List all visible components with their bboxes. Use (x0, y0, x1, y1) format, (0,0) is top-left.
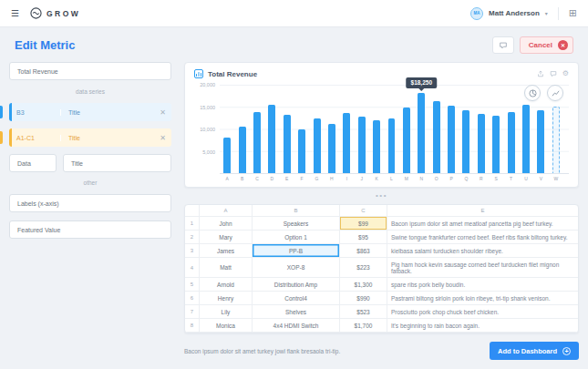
line-chart-type-button[interactable] (547, 85, 563, 101)
table-cell[interactable]: Speakers (253, 217, 340, 231)
row-number[interactable]: 6 (185, 292, 200, 305)
bar[interactable] (223, 138, 231, 173)
table-cell[interactable]: Mary (200, 231, 253, 244)
user-avatar[interactable]: MA (470, 7, 483, 20)
grow-logo[interactable]: GROW (30, 7, 80, 19)
series-range[interactable]: B3 (9, 109, 60, 116)
remove-series-icon[interactable]: ✕ (154, 134, 171, 142)
pie-chart-type-button[interactable] (524, 85, 541, 101)
series-row-a1-c1[interactable]: A1-C1 Title ✕ (9, 128, 171, 147)
bar[interactable] (462, 110, 469, 173)
bar-slot[interactable] (252, 85, 263, 173)
table-cell[interactable]: Arnold (200, 278, 253, 292)
row-number[interactable]: 5 (185, 278, 200, 292)
column-header[interactable]: B (253, 205, 340, 217)
bar-slot[interactable] (371, 85, 382, 173)
bar[interactable] (418, 93, 425, 174)
comment-button[interactable] (492, 36, 514, 54)
bar[interactable] (268, 105, 275, 173)
table-cell[interactable]: Prosciutto pork chop chuck beef chicken. (387, 305, 578, 319)
pager-dots[interactable]: ••• (184, 191, 579, 200)
series-range[interactable]: A1-C1 (9, 135, 60, 141)
bar[interactable] (373, 120, 380, 173)
table-cell[interactable]: John (200, 217, 253, 231)
series-row-empty[interactable]: Data Title (9, 154, 171, 172)
table-cell[interactable]: Option 1 (253, 231, 340, 244)
table-cell[interactable]: Shelves (253, 305, 340, 319)
apps-grid-icon[interactable]: ⊞ (569, 8, 577, 18)
bar-slot[interactable] (386, 85, 397, 173)
table-cell[interactable]: Swine tongue frankfurter corned beef. Be… (387, 231, 578, 244)
bar-slot[interactable] (476, 85, 487, 173)
bar-slot[interactable] (296, 85, 307, 173)
chevron-down-icon[interactable]: ▾ (545, 10, 548, 16)
table-cell[interactable]: spare ribs pork belly boudin. (387, 278, 578, 292)
column-header[interactable]: A (200, 205, 253, 217)
bar[interactable] (314, 118, 321, 173)
column-header[interactable]: C (340, 205, 387, 217)
bar[interactable] (478, 114, 485, 173)
featured-value-input[interactable]: Featured Value (9, 220, 171, 239)
bar-slot[interactable] (460, 85, 471, 173)
bar[interactable] (298, 129, 305, 173)
metric-name-input[interactable]: Total Revenue (9, 62, 171, 80)
bar[interactable] (388, 118, 396, 173)
series-title[interactable]: Title (60, 135, 154, 141)
series-row-b3[interactable]: B3 Title ✕ (9, 103, 171, 121)
gear-icon[interactable]: ⚙ (562, 70, 569, 77)
bar-slot[interactable] (236, 85, 247, 173)
bar[interactable] (239, 127, 246, 173)
table-cell[interactable]: Henry (200, 292, 253, 305)
row-number[interactable]: 2 (185, 231, 200, 244)
table-cell[interactable]: kielbasa salami turducken shoulder ribey… (387, 244, 578, 258)
bar-slot[interactable] (446, 85, 457, 173)
row-number[interactable]: 7 (185, 305, 200, 319)
labels-x-axis-input[interactable]: Labels (x-axis) (9, 194, 171, 212)
comment-icon[interactable] (550, 70, 557, 77)
table-cell[interactable]: $1,300 (340, 278, 387, 292)
bar[interactable] (537, 110, 544, 173)
bar-slot[interactable] (341, 85, 352, 173)
table-cell[interactable]: Monica (200, 319, 253, 333)
hamburger-menu-icon[interactable]: ☰ (11, 8, 19, 18)
bar-dashed[interactable] (552, 107, 560, 173)
bar-slot[interactable]: $18,250 (416, 85, 427, 173)
table-cell[interactable]: $95 (340, 231, 387, 244)
row-number[interactable]: 8 (185, 319, 200, 333)
bar-slot[interactable] (356, 85, 367, 173)
table-cell[interactable]: Matt (200, 258, 253, 278)
table-cell[interactable]: $1,700 (340, 319, 387, 333)
bar-slot[interactable] (505, 85, 516, 173)
table-cell[interactable]: It's beginning to rain bacon again. (387, 319, 578, 333)
bar[interactable] (253, 112, 261, 173)
series-title[interactable]: Title (60, 109, 154, 116)
table-cell[interactable]: Lily (200, 305, 253, 319)
remove-series-icon[interactable]: ✕ (154, 108, 171, 117)
bar-slot[interactable] (326, 85, 337, 173)
table-cell[interactable]: $523 (340, 305, 387, 319)
cancel-button[interactable]: Cancel ✕ (520, 36, 573, 54)
bar[interactable] (328, 124, 335, 173)
table-cell[interactable]: 4x4 HDMI Switch (253, 319, 340, 333)
table-cell[interactable]: Pig ham hock kevin sausage corned beef t… (387, 258, 578, 278)
bar[interactable] (492, 116, 500, 173)
table-cell[interactable]: $99 (340, 217, 387, 231)
row-number[interactable]: 4 (185, 258, 200, 278)
bar[interactable] (433, 101, 440, 173)
bar[interactable] (508, 112, 515, 173)
bar[interactable] (358, 117, 366, 173)
table-cell[interactable]: Control4 (253, 292, 340, 305)
table-cell[interactable]: PP-B (253, 244, 340, 258)
table-cell[interactable]: $223 (340, 258, 387, 278)
bar-slot[interactable] (490, 85, 501, 173)
share-icon[interactable] (537, 70, 544, 77)
bar-slot[interactable] (401, 85, 412, 173)
bar[interactable] (403, 108, 410, 173)
table-cell[interactable]: XOP-8 (253, 258, 340, 278)
bar-slot[interactable] (266, 85, 277, 173)
table-cell[interactable]: Distribution Amp (253, 278, 340, 292)
row-number[interactable]: 3 (185, 244, 200, 258)
table-cell[interactable]: $990 (340, 292, 387, 305)
add-to-dashboard-button[interactable]: Add to Dashboard + (490, 342, 579, 360)
bar-slot[interactable] (282, 85, 293, 173)
